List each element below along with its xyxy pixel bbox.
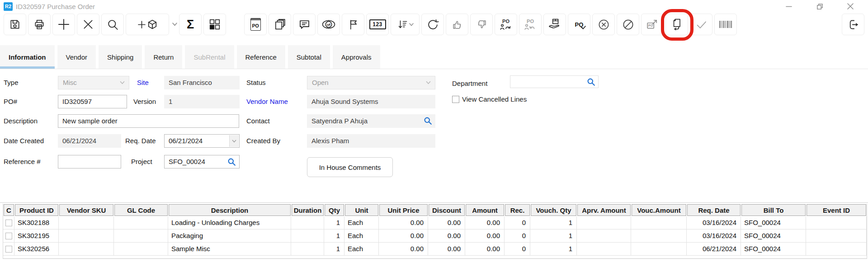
- create-po-button[interactable]: PO: [244, 14, 267, 35]
- reject-button[interactable]: [470, 14, 493, 35]
- row-checkbox[interactable]: [5, 220, 12, 226]
- department-input[interactable]: [510, 75, 599, 88]
- date-picker-button[interactable]: [229, 135, 239, 147]
- site-label[interactable]: Site: [137, 76, 149, 89]
- tab-subrental[interactable]: SubRental: [185, 45, 234, 69]
- column-header[interactable]: Vendor SKU: [59, 204, 114, 216]
- created-by-label: Created By: [246, 134, 280, 148]
- column-header[interactable]: Unit: [344, 204, 379, 216]
- column-header[interactable]: Bill To: [741, 204, 806, 216]
- table-row[interactable]: SK320256Sample Misc1Each0.000.000.000106…: [3, 243, 867, 256]
- add-line-button[interactable]: [52, 14, 75, 35]
- cell: SFO_00024: [741, 243, 806, 255]
- column-header[interactable]: Product ID: [14, 204, 59, 216]
- search-icon[interactable]: [587, 78, 595, 86]
- tab-vendor[interactable]: Vendor: [57, 45, 96, 69]
- column-header[interactable]: Req. Date: [687, 204, 741, 216]
- void-button[interactable]: [617, 14, 639, 35]
- column-header[interactable]: Aprv. Amount: [577, 204, 631, 216]
- approve-button[interactable]: [446, 14, 468, 35]
- cell: 1: [530, 229, 577, 242]
- column-header[interactable]: Vouch. Qty: [530, 204, 577, 216]
- tab-reference[interactable]: Reference: [237, 45, 285, 69]
- version-field: 1: [164, 95, 240, 108]
- copy-document-button[interactable]: [269, 14, 291, 35]
- close-button[interactable]: [845, 1, 855, 11]
- po-document-icon: PO: [250, 18, 261, 31]
- window-layout-button[interactable]: [203, 14, 226, 35]
- search-button[interactable]: [101, 14, 124, 35]
- reference-input[interactable]: [58, 155, 121, 168]
- po-redo-user-icon: PO: [500, 19, 512, 30]
- date-created-field: 06/21/2024: [58, 134, 121, 148]
- exit-button[interactable]: [842, 14, 864, 35]
- column-header[interactable]: Rec.: [505, 204, 530, 216]
- column-header[interactable]: Amount: [465, 204, 505, 216]
- tab-return[interactable]: Return: [145, 45, 182, 69]
- view-cancelled-label: View Cancelled Lines: [462, 95, 527, 103]
- pq-verify-button[interactable]: PQ: [568, 14, 590, 35]
- cell: [631, 216, 687, 229]
- column-header[interactable]: Qty: [324, 204, 344, 216]
- req-date-input[interactable]: 06/21/2024: [164, 134, 240, 148]
- tab-subtotal[interactable]: Subtotal: [288, 45, 330, 69]
- created-by-field: Alexis Pham: [307, 134, 435, 148]
- column-header[interactable]: Discount: [428, 204, 465, 216]
- uf-view-button[interactable]: uf: [317, 14, 340, 35]
- column-header[interactable]: C: [3, 204, 14, 216]
- column-header[interactable]: Description: [168, 204, 291, 216]
- tab-information[interactable]: Information: [0, 45, 55, 69]
- comments-button[interactable]: [293, 14, 316, 35]
- view-cancelled-checkbox[interactable]: [452, 96, 459, 103]
- sort-button[interactable]: [391, 14, 420, 35]
- cell: 0.00: [379, 243, 428, 255]
- table-row[interactable]: SK302195Packaging1Each0.000.000.000103/1…: [3, 229, 867, 243]
- column-header[interactable]: Event ID: [806, 204, 867, 216]
- cell: [291, 216, 324, 229]
- grid-header-row: CProduct IDVendor SKUGL CodeDescriptionD…: [3, 204, 867, 216]
- row-checkbox[interactable]: [5, 233, 12, 239]
- row-checkbox[interactable]: [5, 246, 12, 253]
- po-number-input[interactable]: ID320597: [58, 95, 127, 108]
- restore-button[interactable]: [815, 1, 825, 11]
- po-export-button[interactable]: PO: [641, 14, 664, 35]
- cancel-circle-button[interactable]: [592, 14, 615, 35]
- description-input[interactable]: New sample order: [58, 114, 239, 128]
- vendor-name-label[interactable]: Vendor Name: [246, 95, 288, 108]
- refresh-button[interactable]: [421, 14, 444, 35]
- receive-items-button[interactable]: [543, 14, 566, 35]
- count-button[interactable]: 123: [366, 14, 389, 35]
- column-header[interactable]: Unit Price: [379, 204, 428, 216]
- line-items-grid: CProduct IDVendor SKUGL CodeDescriptionD…: [3, 204, 867, 259]
- status-label: Status: [246, 76, 266, 89]
- remove-line-button[interactable]: [77, 14, 99, 35]
- search-icon[interactable]: [424, 117, 432, 125]
- document-revert-button[interactable]: [665, 14, 688, 35]
- tab-approvals[interactable]: Approvals: [333, 45, 380, 69]
- pq-check-icon: PQ: [575, 21, 584, 28]
- print-button[interactable]: [28, 14, 51, 35]
- column-header[interactable]: Duration: [291, 204, 324, 216]
- barcode-button[interactable]: [714, 14, 737, 35]
- chevron-down-icon: [232, 140, 236, 143]
- project-input[interactable]: SFO_00024: [164, 155, 240, 168]
- confirm-check-button[interactable]: [690, 14, 712, 35]
- po-redo-button[interactable]: PO: [495, 14, 517, 35]
- in-house-comments-button[interactable]: In House Comments: [307, 157, 393, 177]
- save-button[interactable]: [4, 14, 26, 35]
- search-icon[interactable]: [227, 158, 236, 166]
- add-product-button[interactable]: [126, 14, 169, 35]
- column-header[interactable]: Vouc.Amount: [631, 204, 687, 216]
- cell: [631, 229, 687, 242]
- table-row[interactable]: SK302188Loading - Unloading Charges1Each…: [3, 216, 867, 229]
- minimize-button[interactable]: [784, 1, 794, 11]
- add-product-menu-button[interactable]: [171, 14, 178, 35]
- column-header[interactable]: GL Code: [114, 204, 168, 216]
- po-undo-button[interactable]: PO: [519, 14, 542, 35]
- cell: 0.00: [465, 216, 505, 229]
- cell: SK320256: [14, 243, 59, 255]
- sum-button[interactable]: Σ: [179, 14, 202, 35]
- grid-top-divider: [0, 202, 868, 203]
- flag-button[interactable]: [342, 14, 364, 35]
- tab-shipping[interactable]: Shipping: [99, 45, 142, 69]
